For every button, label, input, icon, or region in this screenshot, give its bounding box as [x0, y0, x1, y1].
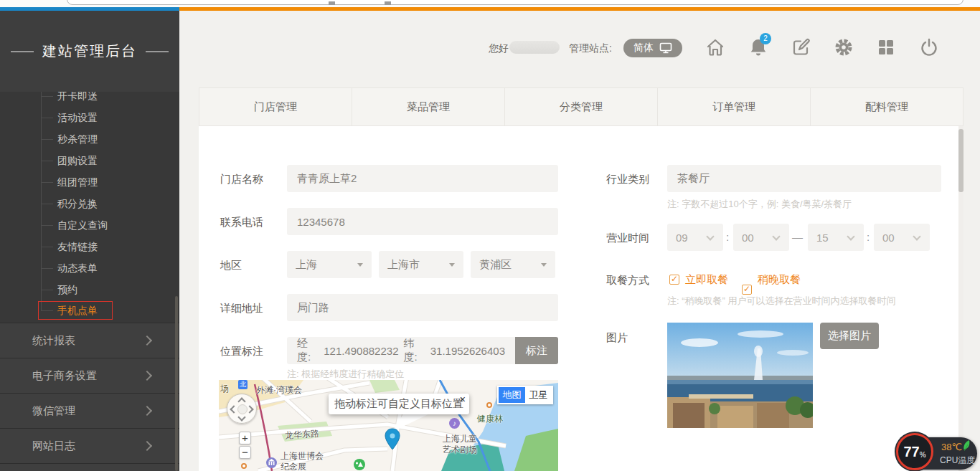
sidebar-item-friend-links[interactable]: 友情链接 — [57, 239, 98, 254]
content-scrollbar-thumb[interactable] — [958, 129, 963, 192]
region-label: 地区 — [220, 259, 242, 272]
menu-tick — [41, 290, 53, 290]
tab-ingredient-manage[interactable]: 配料管理 — [810, 88, 963, 125]
pan-center-knob[interactable] — [237, 404, 248, 414]
compose-button[interactable] — [791, 37, 811, 57]
sidebar-item-flash-sale[interactable]: 秒杀管理 — [57, 132, 98, 146]
sidebar-item-mobile-order[interactable]: 手机点单 — [57, 303, 98, 318]
map-road-label: 龙华东路 — [284, 427, 319, 442]
satellite-view-button[interactable]: 卫星 — [525, 387, 552, 403]
phone-input[interactable]: 12345678 — [287, 208, 558, 235]
tab-category-manage[interactable]: 分类管理 — [504, 88, 657, 125]
tab-dish-manage[interactable]: 菜品管理 — [352, 88, 504, 125]
province-select[interactable]: 上海 — [287, 251, 372, 278]
sidebar-section-ecommerce[interactable]: 电子商务设置 — [0, 358, 179, 393]
pickup-note: 注: “稍晚取餐” 用户可以选择在营业时间内选择取餐时间 — [667, 295, 896, 308]
pan-left-arrow[interactable] — [230, 405, 237, 413]
sidebar-section-partial — [0, 463, 179, 471]
sidebar-section-site-log[interactable]: 网站日志 — [0, 428, 179, 463]
section-label: 电子商务设置 — [32, 369, 97, 383]
map-area-label: 外滩·湾璞会 — [256, 384, 302, 396]
industry-value: 茶餐厅 — [677, 172, 710, 186]
north-indicator: 北 — [238, 380, 248, 389]
address-value: 局门路 — [297, 301, 329, 315]
map-widget[interactable]: 场 外滩·湾璞会 龙华东路 上海世博会 纪念展 上海儿童 艺术剧场 健康林 ♪ … — [219, 380, 558, 471]
location-note: 注: 根据经纬度进行精确定位 — [287, 368, 404, 381]
sidebar: 建站管理后台 开卡即送 活动设置 秒杀管理 团购设置 组团管理 积分兑换 自定义… — [0, 11, 179, 471]
language-switch-button[interactable]: 简体 — [623, 39, 682, 57]
close-icon[interactable]: × — [460, 394, 466, 404]
notification-badge: 2 — [760, 33, 771, 44]
end-minute-select[interactable]: 00 — [874, 224, 930, 251]
start-minute-select[interactable]: 00 — [733, 224, 789, 251]
sidebar-section-wechat[interactable]: 微信管理 — [0, 393, 179, 428]
sidebar-section-statistics[interactable]: 统计报表 — [0, 323, 179, 358]
address-bar-fragment — [67, 0, 963, 5]
apps-button[interactable] — [876, 37, 896, 57]
chevron-right-icon — [142, 406, 152, 416]
sidebar-item-custom-query[interactable]: 自定义查询 — [57, 218, 108, 232]
logout-button[interactable] — [919, 37, 939, 57]
chevron-right-icon — [142, 441, 152, 451]
greeting-text: 您好 — [489, 42, 509, 55]
username-redacted — [509, 41, 560, 54]
pickup-label: 取餐方式 — [606, 274, 649, 287]
cpu-temp-value: 38℃ — [941, 442, 962, 452]
zoom-in-button[interactable]: + — [239, 432, 251, 444]
home-button[interactable] — [705, 37, 725, 57]
cpu-percent-value: 77 — [903, 444, 919, 460]
tab-store-manage[interactable]: 门店管理 — [199, 88, 352, 125]
location-input[interactable]: 经度: 121.490882232 纬度: 31.1952626403 — [287, 337, 515, 364]
sidebar-item-team-manage[interactable]: 组团管理 — [57, 175, 98, 189]
industry-input[interactable]: 茶餐厅 — [667, 165, 941, 192]
map-park-label: 健康林 — [477, 413, 503, 425]
map-block-label: 场 — [220, 383, 229, 395]
pickup-now-label[interactable]: 立即取餐 — [685, 273, 728, 287]
chevron-right-icon — [142, 371, 152, 381]
location-label: 位置标注 — [220, 345, 263, 358]
app-title-text: 建站管理后台 — [42, 42, 137, 61]
menu-tick — [41, 247, 53, 247]
sidebar-item-points-exchange[interactable]: 积分兑换 — [57, 196, 98, 211]
lat-value: 31.1952626403 — [430, 345, 505, 357]
address-input[interactable]: 局门路 — [287, 294, 558, 321]
end-hour-value: 15 — [816, 232, 829, 244]
menu-tick — [41, 161, 53, 161]
language-label: 简体 — [633, 42, 654, 54]
mark-location-button[interactable]: 标注 — [515, 337, 558, 364]
tab-bar: 门店管理 菜品管理 分类管理 订单管理 配料管理 — [199, 87, 963, 126]
choose-photo-button[interactable]: 选择图片 — [820, 323, 879, 349]
city-select[interactable]: 上海市 — [379, 251, 463, 278]
map-view-button[interactable]: 地图 — [499, 387, 525, 403]
district-select[interactable]: 黄浦区 — [471, 251, 555, 278]
menu-tick — [41, 118, 53, 118]
cpu-percent-unit: % — [920, 451, 926, 459]
tab-order-manage[interactable]: 订单管理 — [657, 88, 810, 125]
store-name-value: 青青原上草2 — [297, 172, 357, 186]
sidebar-item-group-buy[interactable]: 团购设置 — [57, 153, 98, 168]
end-hour-select[interactable]: 15 — [808, 224, 864, 251]
map-type-toggle: 地图 卫星 — [497, 386, 553, 404]
sidebar-item-activity-settings[interactable]: 活动设置 — [57, 110, 98, 125]
zoom-out-button[interactable]: − — [239, 446, 251, 459]
sidebar-item-dynamic-form[interactable]: 动态表单 — [57, 261, 98, 275]
store-name-input[interactable]: 青青原上草2 — [287, 165, 558, 192]
hours-label: 营业时间 — [606, 232, 649, 245]
section-label: 网站日志 — [32, 439, 75, 453]
settings-button[interactable] — [834, 37, 854, 57]
park-poi-icon — [354, 459, 365, 470]
pickup-later-label[interactable]: 稍晚取餐 — [758, 273, 801, 287]
sidebar-item-reservation[interactable]: 预约 — [57, 282, 77, 297]
power-icon — [919, 37, 939, 57]
pickup-now-checkbox[interactable] — [669, 275, 679, 285]
pan-down-arrow[interactable] — [237, 413, 245, 421]
chevron-down-icon — [913, 232, 920, 240]
sidebar-scrollbar[interactable] — [175, 296, 178, 471]
start-hour-select[interactable]: 09 — [667, 224, 723, 251]
map-pan-control[interactable] — [227, 394, 257, 424]
content-accent-bar — [179, 7, 980, 11]
map-theater-label-2: 艺术剧场 — [443, 444, 477, 456]
time-colon: : — [867, 231, 870, 243]
edit-icon — [791, 37, 811, 57]
pickup-later-checkbox[interactable] — [742, 285, 752, 295]
